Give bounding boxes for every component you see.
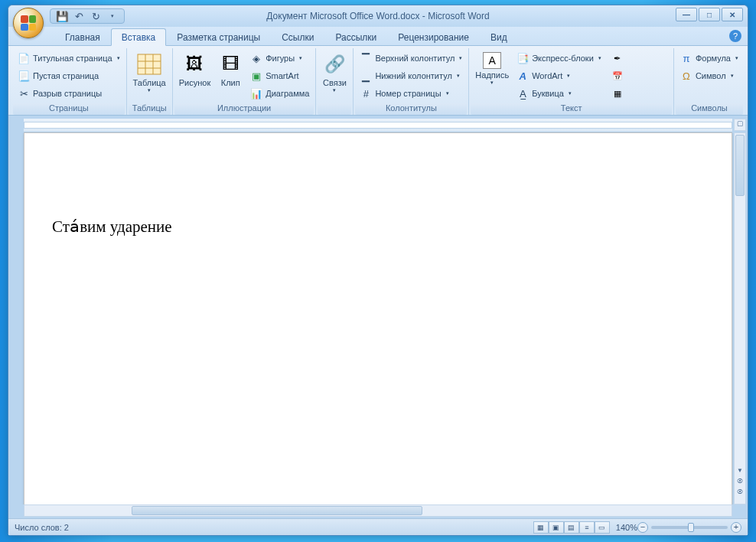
cover-page-button[interactable]: 📄Титульная страница▾ (15, 50, 123, 67)
pagenum-icon: # (360, 87, 372, 100)
group-label-headerfooter: Колонтитулы (355, 103, 467, 115)
group-links: 🔗Связи▾ (316, 48, 354, 115)
dropcap-icon: A̲ (516, 87, 529, 100)
view-draft[interactable]: ▭ (595, 521, 610, 534)
signature-icon: ✒ (614, 54, 621, 64)
smartart-button[interactable]: ▣SmartArt (247, 67, 312, 84)
redo-icon[interactable]: ↻ (89, 9, 103, 23)
clip-button[interactable]: 🎞Клип (215, 50, 246, 87)
hscroll-thumb[interactable] (132, 506, 422, 515)
ribbon-tabs: Главная Вставка Разметка страницы Ссылки… (8, 27, 748, 45)
links-button[interactable]: 🔗Связи▾ (319, 50, 350, 93)
help-icon[interactable]: ? (729, 30, 741, 42)
undo-icon[interactable]: ↶ (72, 9, 86, 23)
group-label-symbols: Символы (676, 103, 743, 115)
page[interactable]: Ста́вим ударение (24, 132, 732, 504)
zoom-thumb[interactable] (688, 523, 694, 532)
vertical-scrollbar[interactable]: ▲ ▼ ⦿ ⦿ (734, 132, 746, 504)
textbox-button[interactable]: AНадпись▾ (472, 50, 512, 86)
object-icon: ▦ (614, 89, 621, 99)
header-button[interactable]: ▔Верхний колонтитул▾ (357, 50, 465, 67)
dropcap-button[interactable]: A̲Буквица▾ (513, 85, 604, 102)
prev-page-icon[interactable]: ⦿ (735, 478, 745, 488)
wordcount-label[interactable]: Число слов: (15, 523, 62, 532)
group-text: AНадпись▾ 📑Экспресс-блоки▾ AWordArt▾ A̲Б… (469, 48, 674, 115)
close-button[interactable]: ✕ (722, 8, 743, 21)
tab-view[interactable]: Вид (480, 28, 518, 45)
quick-access-toolbar: 💾 ↶ ↻ ▾ (50, 8, 125, 24)
table-icon (137, 52, 161, 77)
quickparts-icon: 📑 (516, 52, 529, 64)
group-label-illustrations: Иллюстрации (174, 103, 314, 115)
group-label-text: Текст (471, 103, 672, 115)
next-page-icon[interactable]: ⦿ (735, 488, 745, 499)
picture-button[interactable]: 🖼Рисунок (176, 50, 214, 87)
symbol-icon: Ω (680, 70, 692, 82)
zoom-in-button[interactable]: + (731, 522, 741, 533)
tab-pagelayout[interactable]: Разметка страницы (166, 28, 271, 45)
view-web[interactable]: ▤ (564, 521, 579, 534)
textbox-icon: A (483, 52, 501, 69)
links-icon: 🔗 (322, 52, 347, 77)
datetime-button[interactable]: 📅 (609, 67, 626, 84)
zoom-out-button[interactable]: − (637, 522, 648, 533)
wordart-icon: A (516, 70, 529, 82)
app-window: 💾 ↶ ↻ ▾ Документ Microsoft Office Word.d… (8, 5, 748, 536)
symbol-button[interactable]: ΩСимвол▾ (677, 67, 741, 84)
tab-references[interactable]: Ссылки (271, 28, 324, 45)
group-label-links (318, 103, 351, 115)
save-icon[interactable]: 💾 (55, 9, 69, 23)
office-button[interactable] (13, 8, 44, 38)
blank-page-icon: 📃 (18, 70, 30, 82)
group-symbols: πФормула▾ ΩСимвол▾ Символы (674, 48, 745, 115)
tab-mailings[interactable]: Рассылки (324, 28, 387, 45)
view-outline[interactable]: ≡ (579, 521, 595, 534)
object-button[interactable]: ▦ (609, 85, 626, 102)
view-fullscreen[interactable]: ▣ (549, 521, 564, 534)
view-buttons: ▦ ▣ ▤ ≡ ▭ (533, 521, 610, 534)
quickparts-button[interactable]: 📑Экспресс-блоки▾ (513, 50, 604, 67)
tab-review[interactable]: Рецензирование (387, 28, 480, 45)
ribbon: 📄Титульная страница▾ 📃Пустая страница ✂Р… (8, 45, 748, 116)
smartart-icon: ▣ (250, 70, 262, 82)
horizontal-scrollbar[interactable] (24, 504, 732, 517)
statusbar: Число слов: 2 ▦ ▣ ▤ ≡ ▭ 140% − + (8, 518, 748, 535)
svg-rect-0 (138, 54, 161, 74)
equation-button[interactable]: πФормула▾ (677, 50, 741, 67)
tab-insert[interactable]: Вставка (111, 28, 167, 46)
maximize-button[interactable]: □ (699, 8, 720, 21)
window-title: Документ Microsoft Office Word.docx - Mi… (266, 11, 489, 21)
qat-customize-icon[interactable]: ▾ (106, 9, 119, 23)
shapes-icon: ◈ (250, 52, 262, 64)
footer-icon: ▁ (360, 70, 372, 82)
wordart-button[interactable]: AWordArt▾ (513, 67, 604, 84)
group-illustrations: 🖼Рисунок 🎞Клип ◈Фигуры▾ ▣SmartArt 📊Диагр… (173, 48, 317, 115)
picture-icon: 🖼 (182, 52, 207, 77)
horizontal-ruler[interactable] (24, 119, 732, 132)
document-body-text[interactable]: Ста́вим ударение (52, 217, 704, 237)
zoom-level[interactable]: 140% (616, 523, 637, 532)
pagenum-button[interactable]: #Номер страницы▾ (357, 85, 465, 102)
cover-page-icon: 📄 (18, 52, 30, 64)
signature-line-button[interactable]: ✒ (609, 50, 626, 67)
zoom-slider[interactable] (651, 526, 728, 529)
wordcount-value[interactable]: 2 (64, 523, 69, 532)
page-break-button[interactable]: ✂Разрыв страницы (15, 85, 123, 102)
chart-button[interactable]: 📊Диаграмма (247, 85, 312, 102)
tab-home[interactable]: Главная (54, 28, 111, 45)
chart-icon: 📊 (250, 87, 262, 100)
shapes-button[interactable]: ◈Фигуры▾ (247, 50, 312, 67)
group-tables: Таблица▾ Таблицы (127, 48, 173, 115)
minimize-button[interactable]: — (676, 8, 697, 21)
header-icon: ▔ (360, 52, 372, 64)
ruler-toggle[interactable]: ▢ (734, 119, 746, 131)
scroll-down-icon[interactable]: ▼ (735, 467, 745, 478)
footer-button[interactable]: ▁Нижний колонтитул▾ (357, 67, 465, 84)
document-area[interactable]: Ста́вим ударение (11, 132, 745, 504)
vscroll-thumb[interactable] (735, 135, 745, 196)
view-print-layout[interactable]: ▦ (533, 521, 549, 534)
blank-page-button[interactable]: 📃Пустая страница (15, 67, 123, 84)
group-label-pages: Страницы (13, 103, 125, 115)
table-button[interactable]: Таблица▾ (130, 50, 169, 93)
group-pages: 📄Титульная страница▾ 📃Пустая страница ✂Р… (11, 48, 127, 115)
